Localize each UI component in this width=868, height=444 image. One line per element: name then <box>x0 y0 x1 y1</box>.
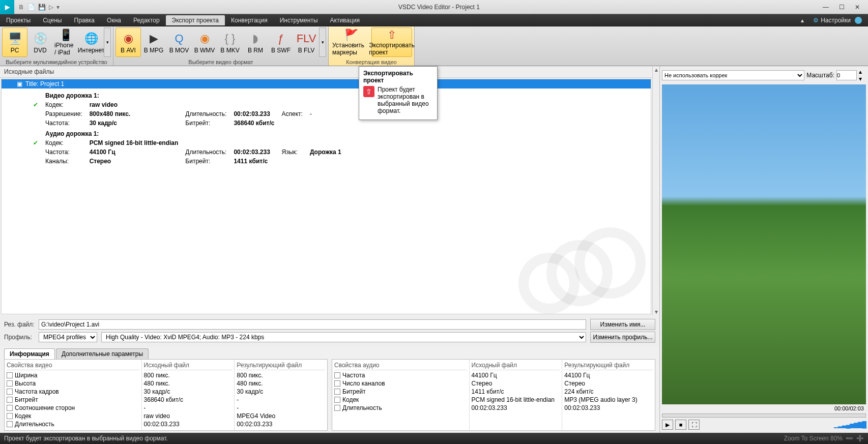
checkbox[interactable] <box>7 397 13 403</box>
ribbon-PC[interactable]: 🖥️PC <box>2 27 27 57</box>
app-logo-icon: ▶ <box>0 0 14 14</box>
qat-save-icon[interactable]: 💾 <box>38 4 46 11</box>
qat-play-icon[interactable]: ▷ <box>49 4 53 11</box>
menu-Проекты[interactable]: Проекты <box>0 15 37 25</box>
project-title: Title: Project 1 <box>25 80 64 87</box>
ribbon-dropdown[interactable]: ▾ <box>319 27 326 57</box>
titlebar: ▶ 🗎 📄 💾 ▷ ▾ VSDC Video Editor - Project … <box>0 0 868 14</box>
stop-button[interactable]: ■ <box>675 420 686 430</box>
prop-row: Ширина <box>7 371 139 379</box>
ribbon-Установить маркеры[interactable]: 🚩Установить маркеры <box>331 27 371 57</box>
ribbon-group-devices: 🖥️PC💿DVD📱iPhone / iPad🌐Интернет▾ Выберит… <box>0 26 113 66</box>
prop-row: Соотношение сторон <box>7 404 139 412</box>
tab-info[interactable]: Информация <box>4 348 55 359</box>
maximize-button[interactable]: ☐ <box>839 4 845 11</box>
volume-icon[interactable]: ▁▂▃▄▅▆▇█ <box>834 421 866 428</box>
ribbon-В WMV[interactable]: ◉В WMV <box>192 27 217 57</box>
close-button[interactable]: ✕ <box>855 4 860 11</box>
play-button[interactable]: ▶ <box>662 420 673 430</box>
ribbon-Интернет[interactable]: 🌐Интернет <box>78 27 104 57</box>
preview-panel: Не использовать коррек Масштаб: ▴▾ 00:00… <box>659 66 868 433</box>
export-tooltip: Экспортировать проект ⇧ Проект будет экс… <box>359 66 438 120</box>
property-tabs: Информация Дополнительные параметры <box>4 348 655 359</box>
statusbar: Проект будет экспортирован в выбранный в… <box>0 433 868 444</box>
scale-down-icon[interactable]: ▾ <box>859 75 866 82</box>
export-icon: ⇧ <box>363 86 374 97</box>
gear-icon: ⚙ <box>813 17 819 24</box>
result-file-label: Рез. файл: <box>4 321 35 328</box>
ribbon-В SWF[interactable]: ƒВ SWF <box>268 27 294 57</box>
result-file-input[interactable] <box>39 319 586 330</box>
video-properties-table: Свойства видеоШиринаВысотаЧастота кадров… <box>4 359 328 431</box>
profile-label: Профиль: <box>4 334 35 341</box>
ribbon-В MPG[interactable]: ▶В MPG <box>141 27 166 57</box>
menu-Редактор[interactable]: Редактор <box>127 15 166 25</box>
sources-label: Исходные файлы <box>0 66 652 78</box>
menu-Экспорт проекта[interactable]: Экспорт проекта <box>166 15 225 25</box>
qat-open-icon[interactable]: 📄 <box>27 4 35 11</box>
change-profile-button[interactable]: Изменить профиль... <box>590 332 655 343</box>
prop-row: Частота кадров <box>7 388 139 396</box>
prop-row: Битрейт <box>334 388 467 396</box>
ribbon-group-formats: ◉В AVI▶В MPGQВ MOV◉В WMV{ }В MKV◗В RMƒВ … <box>113 26 329 66</box>
qat-new-icon[interactable]: 🗎 <box>18 4 24 11</box>
ribbon-iPhone / iPad[interactable]: 📱iPhone / iPad <box>53 27 78 57</box>
tab-extra[interactable]: Дополнительные параметры <box>56 348 149 359</box>
quality-select[interactable]: High Quality - Video: XviD MPEG4; Audio:… <box>101 332 586 342</box>
checkbox[interactable] <box>334 372 340 378</box>
prop-row: Длительность <box>7 420 139 428</box>
prop-row: Число каналов <box>334 379 467 388</box>
menu-Правка[interactable]: Правка <box>68 15 101 25</box>
video-preview[interactable] <box>662 84 866 404</box>
user-icon <box>855 17 862 24</box>
change-name-button[interactable]: Изменить имя... <box>590 319 655 330</box>
menu-Сцены[interactable]: Сцены <box>37 15 68 25</box>
zoom-out-icon[interactable]: ➖ <box>846 435 853 442</box>
checkbox[interactable] <box>7 380 13 387</box>
expand-icon[interactable]: ▴ <box>798 17 807 24</box>
profile-select[interactable]: MPEG4 profiles <box>39 332 97 342</box>
ribbon-Экспортировать проект[interactable]: ⇧Экспортировать проект <box>371 27 412 57</box>
ribbon-В MOV[interactable]: QВ MOV <box>166 27 192 57</box>
ribbon-В RM[interactable]: ◗В RM <box>243 27 268 57</box>
menu-Окна[interactable]: Окна <box>101 15 127 25</box>
fullscreen-button[interactable]: ⛶ <box>688 420 700 430</box>
prop-row: Длительность <box>334 404 467 412</box>
scale-up-icon[interactable]: ▴ <box>859 68 866 75</box>
vertical-scrollbar[interactable]: ▴▾ <box>652 66 659 315</box>
menu-Активация[interactable]: Активация <box>324 15 366 25</box>
prop-row: Кодек <box>7 412 139 420</box>
checkbox[interactable] <box>7 413 13 419</box>
prop-row: Битрейт <box>7 396 139 404</box>
ribbon-В AVI[interactable]: ◉В AVI <box>115 27 141 57</box>
checkbox[interactable] <box>7 421 13 427</box>
zoom-in-icon[interactable]: ➕ <box>856 435 864 442</box>
menu-Инструменты[interactable]: Инструменты <box>274 15 324 25</box>
ribbon-В FLV[interactable]: FLVВ FLV <box>294 27 319 57</box>
tree-expand-icon[interactable]: ▣ <box>17 80 22 87</box>
audio-properties-table: Свойства аудиоЧастотаЧисло каналовБитрей… <box>332 359 655 431</box>
window-title: VSDC Video Editor - Project 1 <box>64 4 815 11</box>
ribbon: 🖥️PC💿DVD📱iPhone / iPad🌐Интернет▾ Выберит… <box>0 26 868 66</box>
seekbar[interactable] <box>662 413 866 418</box>
checkbox[interactable] <box>334 405 340 411</box>
ribbon-dropdown[interactable]: ▾ <box>104 27 111 57</box>
quick-access-toolbar: 🗎 📄 💾 ▷ ▾ <box>14 4 64 11</box>
prop-row: Кодек <box>334 396 467 404</box>
prop-row: Высота <box>7 379 139 388</box>
minimize-button[interactable]: — <box>823 4 829 11</box>
checkbox[interactable] <box>7 389 13 395</box>
checkbox[interactable] <box>334 380 340 387</box>
menu-Конвертация[interactable]: Конвертация <box>225 15 274 25</box>
checkbox[interactable] <box>334 397 340 403</box>
source-tree[interactable]: ▣Title: Project 1 Видео дорожка 1: ✔Коде… <box>1 79 651 314</box>
ribbon-DVD[interactable]: 💿DVD <box>27 27 53 57</box>
checkbox[interactable] <box>7 405 13 411</box>
correction-select[interactable]: Не использовать коррек <box>662 70 804 80</box>
qat-dropdown-icon[interactable]: ▾ <box>56 4 60 11</box>
checkbox[interactable] <box>7 372 13 378</box>
scale-input[interactable] <box>836 70 857 80</box>
ribbon-В MKV[interactable]: { }В MKV <box>217 27 243 57</box>
settings-button[interactable]: ⚙Настройки <box>807 15 868 25</box>
checkbox[interactable] <box>334 389 340 395</box>
